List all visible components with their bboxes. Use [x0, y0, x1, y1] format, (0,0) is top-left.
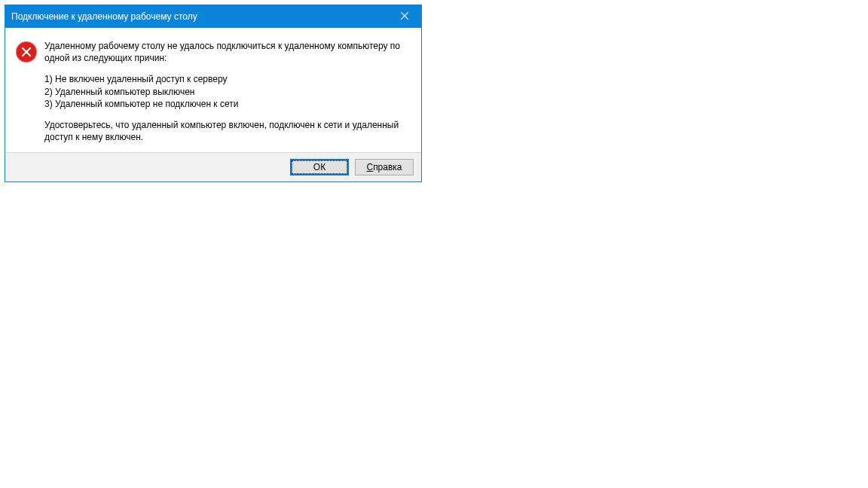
ok-button-label: ОК	[313, 162, 326, 172]
reason-3: 3) Удаленный компьютер не подключен к се…	[44, 98, 408, 110]
dialog-content: Удаленному рабочему столу не удалось под…	[5, 28, 421, 152]
titlebar[interactable]: Подключение к удаленному рабочему столу	[5, 5, 421, 28]
reasons-list: 1) Не включен удаленный доступ к серверу…	[44, 73, 408, 110]
message-intro: Удаленному рабочему столу не удалось под…	[44, 40, 408, 64]
error-dialog: Подключение к удаленному рабочему столу …	[5, 5, 422, 182]
message-text: Удаленному рабочему столу не удалось под…	[44, 40, 408, 143]
icon-column	[16, 40, 44, 143]
help-button[interactable]: Справка	[355, 159, 414, 175]
reason-1: 1) Не включен удаленный доступ к серверу	[44, 73, 408, 85]
close-icon	[401, 11, 408, 22]
error-icon	[16, 41, 37, 63]
button-row: ОК Справка	[5, 152, 421, 181]
close-button[interactable]	[387, 5, 421, 28]
message-outro: Удостоверьтесь, что удаленный компьютер …	[44, 119, 408, 143]
reason-2: 2) Удаленный компьютер выключен	[44, 86, 408, 98]
help-button-label: Справка	[366, 162, 402, 172]
dialog-title: Подключение к удаленному рабочему столу	[11, 11, 197, 22]
ok-button[interactable]: ОК	[290, 159, 349, 175]
